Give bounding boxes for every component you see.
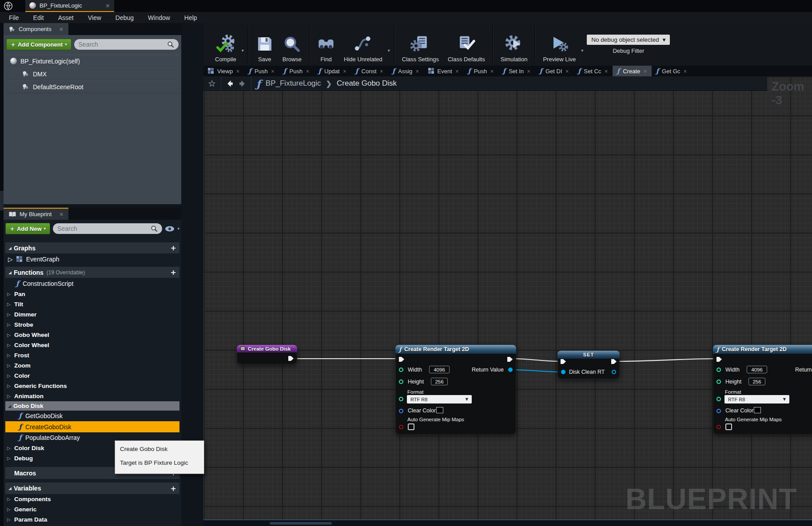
mip-maps-checkbox[interactable]	[408, 423, 414, 430]
tab-my-blueprint[interactable]: My Blueprint ×	[4, 208, 68, 220]
close-icon[interactable]: ×	[59, 211, 64, 218]
collapsed-arrow-icon[interactable]: ▷	[7, 373, 11, 378]
category-animation[interactable]: ▷Animation	[5, 391, 179, 401]
format-pin[interactable]	[716, 397, 721, 401]
category-param-data[interactable]: ▷Param Data	[5, 514, 179, 525]
close-icon[interactable]: ×	[105, 2, 110, 9]
height-input[interactable]: 256	[748, 378, 765, 385]
collapsed-arrow-icon[interactable]: ▷	[7, 394, 11, 399]
node-header[interactable]: Create Gobo Disk	[237, 345, 297, 352]
menu-asset[interactable]: Asset	[51, 12, 81, 23]
node-header[interactable]: SET	[557, 351, 620, 359]
node-header[interactable]: ƒ Create Render Target 2D	[713, 345, 812, 354]
height-input[interactable]: 256	[431, 378, 448, 385]
browse-button[interactable]: Browse	[278, 23, 306, 66]
forward-arrow-icon[interactable]	[239, 80, 246, 87]
exec-out-pin[interactable]	[288, 356, 294, 361]
collapsed-arrow-icon[interactable]: ▷	[7, 446, 11, 451]
collapsed-arrow-icon[interactable]: ▷	[7, 497, 11, 502]
graph-tab[interactable]: ƒ Updat×	[314, 66, 351, 76]
add-graph-button[interactable]: +	[171, 244, 176, 252]
collapsed-arrow-icon[interactable]: ▷	[7, 384, 11, 388]
component-row-dmx[interactable]: DMX	[6, 67, 179, 80]
collapsed-arrow-icon[interactable]: ▷	[7, 363, 11, 368]
category-color-wheel[interactable]: ▷Color Wheel	[5, 340, 179, 350]
category-generic[interactable]: ▷Generic	[5, 504, 179, 514]
height-pin[interactable]	[716, 380, 721, 384]
close-icon[interactable]: ×	[683, 69, 687, 74]
collapsed-arrow-icon[interactable]: ▷	[7, 332, 11, 337]
row-creategobodisk-selected[interactable]: ƒ CreateGoboDisk	[5, 421, 179, 432]
graph-tab[interactable]: ƒ Get Gc×	[652, 66, 692, 76]
category-strobe[interactable]: ▷Strobe	[5, 320, 179, 330]
collapsed-arrow-icon[interactable]: ▷	[7, 302, 11, 307]
graph-tab[interactable]: ƒ Const×	[351, 66, 388, 76]
menu-edit[interactable]: Edit	[26, 12, 51, 23]
breadcrumb-root[interactable]: BP_FixtureLogic	[266, 79, 321, 88]
save-button[interactable]: Save	[251, 23, 278, 66]
simulation-button[interactable]: Simulation	[496, 23, 532, 66]
menu-file[interactable]: File	[2, 12, 26, 23]
clear-color-swatch[interactable]	[436, 407, 443, 413]
compile-options-dropdown[interactable]: ▾	[242, 48, 244, 53]
close-icon[interactable]: ×	[236, 69, 239, 74]
clear-color-swatch[interactable]	[754, 407, 761, 413]
add-new-button[interactable]: + Add New ▾	[5, 223, 50, 234]
variable-in-pin[interactable]	[561, 370, 565, 374]
close-icon[interactable]: ×	[643, 69, 647, 74]
close-icon[interactable]: ×	[604, 69, 608, 74]
close-icon[interactable]: ×	[271, 69, 275, 74]
my-blueprint-search-input[interactable]	[57, 225, 151, 232]
components-search[interactable]	[74, 39, 179, 50]
width-pin[interactable]	[716, 368, 721, 372]
collapsed-arrow-icon[interactable]: ▷	[8, 256, 13, 263]
tab-components[interactable]: Components ×	[4, 23, 68, 35]
chevron-down-icon[interactable]: ▾	[177, 226, 179, 231]
variable-out-pin[interactable]	[612, 370, 616, 374]
exec-in-pin[interactable]	[398, 356, 405, 362]
preview-live-options-dropdown[interactable]: ▾	[581, 48, 583, 53]
preview-live-button[interactable]: Preview Live	[538, 23, 580, 66]
menu-window[interactable]: Window	[141, 12, 177, 23]
width-input[interactable]: 4096	[429, 366, 450, 373]
rail-drag-handle[interactable]	[0, 191, 4, 210]
category-frost[interactable]: ▷Frost	[5, 350, 179, 360]
auto-generate-mip-maps-pin[interactable]	[716, 425, 721, 429]
menu-view[interactable]: View	[81, 12, 108, 23]
clear-color-pin[interactable]	[399, 409, 403, 413]
category-color[interactable]: ▷Color	[5, 371, 179, 381]
collapsed-arrow-icon[interactable]: ▷	[7, 456, 11, 461]
node-set-disk-clean-rt[interactable]: SET Disk Clean RT	[557, 351, 620, 379]
collapsed-arrow-icon[interactable]: ▷	[7, 343, 11, 348]
row-constructionscript[interactable]: ƒ ConstructionScript	[5, 278, 179, 289]
close-icon[interactable]: ×	[490, 69, 494, 74]
variables-section-header[interactable]: ◢ Variables +	[5, 482, 179, 494]
collapsed-arrow-icon[interactable]: ▷	[7, 322, 11, 327]
node-create-render-target-2d[interactable]: ƒ Create Render Target 2D Width 4096 Ret…	[395, 345, 516, 435]
graph-tab[interactable]: ƒ Get DI×	[535, 66, 573, 76]
category-pan[interactable]: ▷Pan	[5, 289, 179, 299]
category-dimmer[interactable]: ▷Dimmer	[5, 309, 179, 320]
functions-section-header[interactable]: ◢ Functions (19 Overridable) +	[5, 267, 179, 278]
category-tilt[interactable]: ▷Tilt	[5, 299, 179, 309]
collapsed-arrow-icon[interactable]: ▷	[7, 507, 11, 512]
graph-tab[interactable]: ƒ Set In×	[498, 66, 535, 76]
close-icon[interactable]: ×	[380, 69, 383, 74]
graph-tab-eventgraph[interactable]: Event×	[424, 66, 464, 76]
node-create-gobo-disk[interactable]: Create Gobo Disk	[237, 345, 297, 364]
category-zoom[interactable]: ▷Zoom	[5, 360, 179, 371]
add-component-button[interactable]: + Add Component ▾	[6, 39, 72, 50]
category-generic-functions[interactable]: ▷Generic Functions	[5, 381, 179, 391]
auto-generate-mip-maps-pin[interactable]	[399, 425, 403, 429]
category-gobo-wheel[interactable]: ▷Gobo Wheel	[5, 330, 179, 340]
component-row-defaultsceneroot[interactable]: DefaultSceneRoot	[6, 80, 179, 93]
close-icon[interactable]: ×	[565, 69, 569, 74]
width-pin[interactable]	[399, 368, 403, 372]
category-components[interactable]: ▷Components	[5, 494, 179, 504]
mip-maps-checkbox[interactable]	[725, 423, 732, 430]
class-settings-button[interactable]: Class Settings	[398, 23, 443, 66]
graph-tab[interactable]: ƒ Assig×	[388, 66, 424, 76]
format-dropdown[interactable]: RTF R8 ▼	[407, 395, 472, 403]
back-arrow-icon[interactable]	[226, 80, 234, 87]
format-pin[interactable]	[399, 397, 403, 401]
